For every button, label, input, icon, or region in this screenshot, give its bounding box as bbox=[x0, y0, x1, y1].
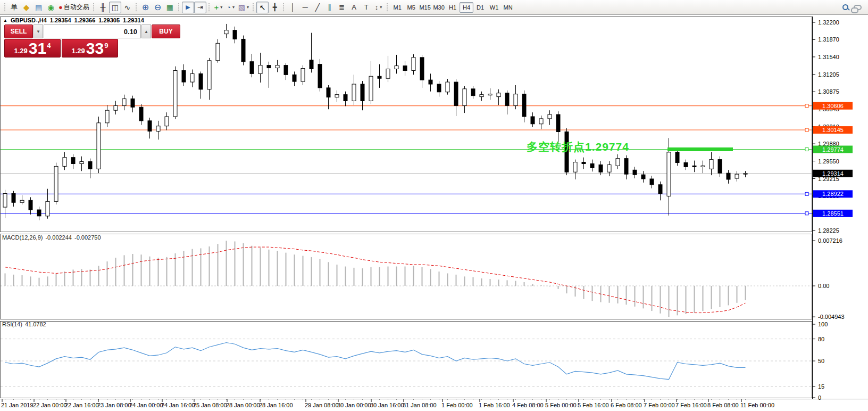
toolbar-grip bbox=[93, 3, 95, 12]
fibonacci-icon[interactable]: ≣ bbox=[336, 2, 348, 13]
cursor-icon[interactable]: ↖ bbox=[256, 2, 269, 13]
periods-icon: ◔ bbox=[227, 3, 231, 12]
symbol-title: GBPUSD-,H4 bbox=[11, 17, 47, 23]
timeframe-d1[interactable]: D1 bbox=[473, 2, 487, 13]
volume-up-button[interactable]: ▲ bbox=[141, 24, 151, 38]
svg-text:5 Feb 16:00: 5 Feb 16:00 bbox=[578, 402, 609, 408]
timeframe-mn[interactable]: MN bbox=[501, 2, 515, 13]
timeframe-h4[interactable]: H4 bbox=[460, 2, 473, 13]
svg-text:50: 50 bbox=[818, 358, 824, 364]
periods-icon[interactable]: ◔▾ bbox=[224, 2, 237, 13]
ohlc-high: 1.29366 bbox=[74, 17, 96, 23]
trendline-icon[interactable]: ╱ bbox=[311, 2, 323, 13]
autoscroll-icon: ▶ bbox=[186, 4, 190, 11]
zoom-in-icon[interactable]: ⊕ bbox=[139, 2, 152, 13]
chart-shift-icon: ⇥ bbox=[197, 3, 203, 11]
zoom-out-icon[interactable]: ⊖ bbox=[152, 2, 164, 13]
signals-icon[interactable]: ◉ bbox=[45, 2, 57, 13]
arrows-icon-dropdown[interactable]: ▾ bbox=[380, 5, 382, 10]
vertical-line-icon[interactable]: │ bbox=[287, 2, 299, 13]
trendline-icon: ╱ bbox=[315, 3, 319, 12]
svg-text:80: 80 bbox=[818, 336, 824, 342]
autoscroll-icon[interactable]: ▶ bbox=[182, 2, 194, 13]
toolbar-grip bbox=[252, 3, 255, 12]
toolbar-grip bbox=[386, 3, 389, 12]
channel-icon[interactable]: ∥ bbox=[323, 2, 336, 13]
chart-window-icon: ▤ bbox=[35, 3, 42, 12]
tile-windows-icon[interactable]: ▦ bbox=[164, 2, 176, 13]
svg-text:23 Jan 08:00: 23 Jan 08:00 bbox=[97, 402, 131, 408]
volume-down-button[interactable]: ▼ bbox=[34, 24, 43, 38]
toolbar-grip bbox=[208, 3, 211, 12]
timeframe-m30[interactable]: M30 bbox=[432, 2, 446, 13]
cursor-icon: ↖ bbox=[260, 3, 266, 12]
templates-icon[interactable]: ▧▾ bbox=[237, 2, 251, 13]
timeframe-m1[interactable]: M1 bbox=[390, 2, 404, 13]
toolbar-grip bbox=[135, 3, 138, 12]
svg-text:1.29550: 1.29550 bbox=[818, 158, 839, 165]
text-icon[interactable]: A bbox=[348, 2, 360, 13]
periods-icon-dropdown[interactable]: ▾ bbox=[232, 5, 235, 10]
buy-price-main: 33 bbox=[86, 41, 104, 56]
svg-text:28 Jan 00:00: 28 Jan 00:00 bbox=[226, 402, 260, 408]
macd-value1: -0.002244 bbox=[45, 234, 72, 241]
ohlc-bars-icon[interactable]: ╫ bbox=[97, 2, 109, 13]
fibonacci-icon: ≣ bbox=[339, 3, 345, 11]
buy-button[interactable]: BUY bbox=[152, 24, 180, 38]
timeframe-m15[interactable]: M15 bbox=[418, 2, 432, 13]
svg-text:1.28551: 1.28551 bbox=[822, 210, 844, 217]
chart-shift-icon[interactable]: ⇥ bbox=[194, 2, 206, 13]
arrows-icon[interactable]: ↕▾ bbox=[372, 2, 385, 13]
turning-point-annotation[interactable]: 多空转折点1.29774 bbox=[527, 139, 629, 154]
toolbar-right bbox=[842, 4, 866, 10]
sell-price[interactable]: 1.29 31 4 bbox=[4, 39, 61, 57]
svg-text:31 Jan 08:00: 31 Jan 08:00 bbox=[403, 402, 437, 408]
timeframe-w1[interactable]: W1 bbox=[487, 2, 501, 13]
signals-icon: ◉ bbox=[47, 3, 54, 12]
svg-text:1.28922: 1.28922 bbox=[822, 191, 844, 197]
menu-partial-text: 单 bbox=[11, 3, 18, 12]
menu-partial-text[interactable]: 单 bbox=[8, 2, 20, 13]
zoom-in-icon: ⊕ bbox=[142, 2, 149, 12]
buy-price-pip: 9 bbox=[104, 42, 108, 50]
autotrade-icon: ● bbox=[59, 3, 63, 11]
chat-icon[interactable] bbox=[854, 5, 862, 10]
chart-window-icon[interactable]: ▤ bbox=[32, 2, 45, 13]
text-icon: A bbox=[352, 3, 356, 11]
svg-text:21 Jan 2019: 21 Jan 2019 bbox=[1, 402, 34, 408]
chart-canvas[interactable]: 1.322001.318701.315401.312051.308751.305… bbox=[0, 15, 868, 411]
autotrade-icon[interactable]: ●自动交易 bbox=[57, 2, 91, 13]
search-icon[interactable] bbox=[842, 4, 848, 10]
svg-text:24 Jan 16:00: 24 Jan 16:00 bbox=[161, 402, 195, 408]
new-order-icon[interactable]: ◆ bbox=[20, 2, 32, 13]
sell-button[interactable]: SELL bbox=[4, 24, 33, 38]
volume-input[interactable] bbox=[44, 24, 141, 38]
text-label-icon: T bbox=[364, 3, 369, 11]
zoom-out-icon: ⊖ bbox=[154, 2, 161, 12]
text-label-icon[interactable]: T bbox=[360, 2, 372, 13]
indicators-icon[interactable]: +▾ bbox=[212, 2, 224, 13]
main-toolbar: 单◆▤◉●自动交易╫◫∿⊕⊖▦▶⇥+▾◔▾▧▾↖╋│─╱∥≣AT↕▾M1M5M1… bbox=[0, 0, 868, 15]
timeframe-m5[interactable]: M5 bbox=[404, 2, 418, 13]
timeframe-h1[interactable]: H1 bbox=[446, 2, 460, 13]
horizontal-line-icon: ─ bbox=[303, 3, 308, 12]
candlestick-icon[interactable]: ◫ bbox=[109, 2, 121, 13]
collapse-panel-icon[interactable]: ▲ bbox=[3, 18, 7, 23]
svg-text:8 Feb 08:00: 8 Feb 08:00 bbox=[707, 402, 739, 408]
svg-text:30 Jan 00:00: 30 Jan 00:00 bbox=[337, 402, 371, 408]
horizontal-line-icon[interactable]: ─ bbox=[299, 2, 311, 13]
autotrade-icon-label: 自动交易 bbox=[64, 3, 89, 12]
svg-text:1 Feb 16:00: 1 Feb 16:00 bbox=[479, 402, 510, 408]
symbol-header: ▲ GBPUSD-,H4 1.29354 1.29366 1.29305 1.2… bbox=[3, 17, 144, 23]
templates-icon: ▧ bbox=[238, 3, 245, 12]
line-chart-icon[interactable]: ∿ bbox=[121, 2, 133, 13]
buy-price[interactable]: 1.29 33 9 bbox=[62, 39, 118, 57]
indicators-icon: + bbox=[214, 3, 219, 12]
templates-icon-dropdown[interactable]: ▾ bbox=[247, 5, 249, 10]
crosshair-icon[interactable]: ╋ bbox=[269, 2, 281, 13]
indicators-icon-dropdown[interactable]: ▾ bbox=[220, 5, 222, 10]
rsi-name: RSI(14) bbox=[2, 321, 22, 327]
line-chart-icon: ∿ bbox=[124, 3, 130, 12]
main-pane-frame bbox=[1, 17, 812, 232]
svg-text:1 Feb 00:00: 1 Feb 00:00 bbox=[441, 402, 473, 408]
